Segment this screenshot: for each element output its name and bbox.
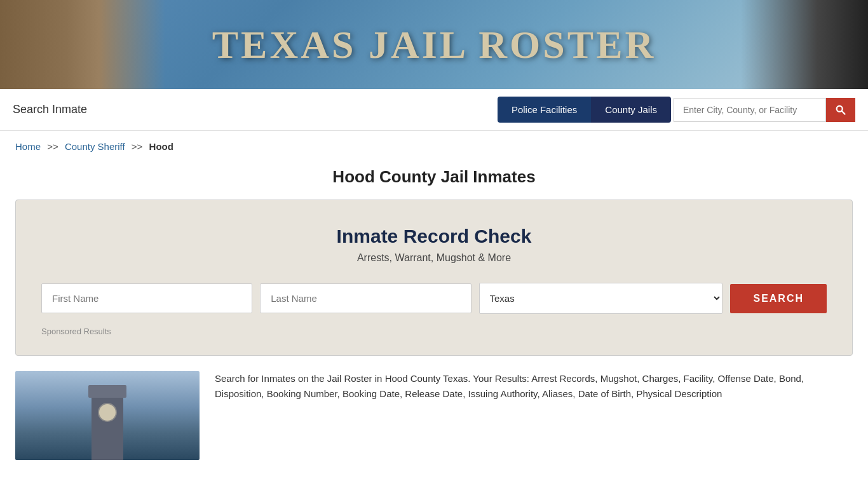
- search-icon: [835, 104, 846, 116]
- navbar-brand: Search Inmate: [13, 103, 498, 116]
- bottom-section: Search for Inmates on the Jail Roster in…: [0, 371, 868, 475]
- record-check-title: Inmate Record Check: [41, 226, 827, 247]
- record-check-box: Inmate Record Check Arrests, Warrant, Mu…: [15, 200, 853, 356]
- breadcrumb: Home >> County Sheriff >> Hood: [0, 131, 868, 162]
- state-select[interactable]: AlabamaAlaskaArizonaArkansasCaliforniaCo…: [479, 283, 723, 314]
- navbar: Search Inmate Police Facilities County J…: [0, 89, 868, 131]
- nav-buttons: Police Facilities County Jails: [498, 97, 671, 123]
- breadcrumb-current: Hood: [149, 141, 173, 152]
- banner-bg-left: [0, 0, 165, 89]
- breadcrumb-county-sheriff-link[interactable]: County Sheriff: [65, 141, 125, 152]
- record-search-button[interactable]: SEARCH: [730, 284, 827, 313]
- nav-search-button[interactable]: [826, 98, 855, 122]
- clock-tower: [92, 396, 123, 460]
- record-check-subtitle: Arrests, Warrant, Mugshot & More: [41, 252, 827, 264]
- breadcrumb-home-link[interactable]: Home: [15, 141, 41, 152]
- site-banner: Texas Jail Roster: [0, 0, 868, 89]
- page-title: Hood County Jail Inmates: [0, 162, 868, 200]
- record-form: AlabamaAlaskaArizonaArkansasCaliforniaCo…: [41, 283, 827, 314]
- first-name-input[interactable]: [41, 283, 252, 313]
- bottom-image: [15, 371, 200, 460]
- breadcrumb-sep-1: >>: [47, 141, 58, 152]
- sponsored-label: Sponsored Results: [41, 327, 827, 336]
- banner-bg-right: [741, 0, 868, 89]
- last-name-input[interactable]: [260, 283, 471, 313]
- county-jails-button[interactable]: County Jails: [591, 97, 671, 123]
- clock-face: [98, 403, 117, 422]
- breadcrumb-sep-2: >>: [132, 141, 143, 152]
- svg-line-1: [842, 111, 845, 114]
- svg-point-0: [837, 105, 843, 111]
- clock-tower-top: [88, 385, 126, 398]
- bottom-description: Search for Inmates on the Jail Roster in…: [215, 371, 853, 402]
- nav-search-wrap: [674, 98, 855, 122]
- banner-title: Texas Jail Roster: [212, 22, 656, 67]
- police-facilities-button[interactable]: Police Facilities: [498, 97, 591, 123]
- nav-search-input[interactable]: [674, 98, 826, 122]
